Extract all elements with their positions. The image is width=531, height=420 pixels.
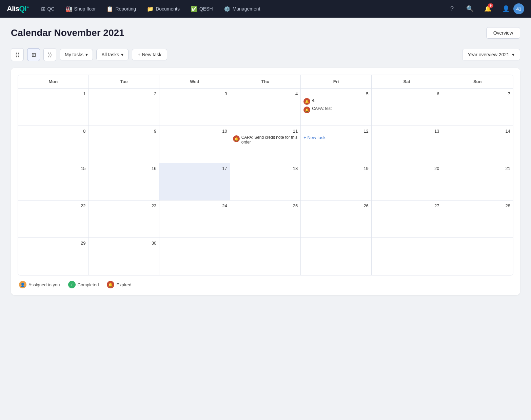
cal-day-14[interactable]: 14 — [442, 126, 513, 163]
cal-day-16[interactable]: 16 — [89, 163, 160, 201]
cal-day-empty-4 — [372, 238, 442, 275]
next-button[interactable]: ⟩⟩ — [43, 48, 56, 61]
cal-day-7[interactable]: 7 — [442, 89, 513, 126]
cal-day-empty-2 — [230, 238, 301, 275]
legend-completed: ✓ Completed — [68, 281, 99, 288]
toolbar: ⟨⟨ ⊞ ⟩⟩ My tasks ▾ All tasks ▾ + New tas… — [11, 48, 520, 61]
cal-day-26[interactable]: 26 — [301, 201, 372, 238]
completed-icon: ✓ — [68, 281, 76, 288]
cal-day-11[interactable]: 11 🔔 CAPA: Send credit note for this ord… — [230, 126, 301, 163]
cal-day-29[interactable]: 29 — [18, 238, 89, 275]
cal-day-1[interactable]: 1 — [18, 89, 89, 126]
my-tasks-dropdown[interactable]: My tasks ▾ — [60, 49, 93, 60]
cal-day-27[interactable]: 27 — [372, 201, 442, 238]
notification-button[interactable]: 🔔 9 — [482, 3, 494, 15]
reporting-icon: 📋 — [106, 6, 113, 12]
cal-day-4[interactable]: 4 — [230, 89, 301, 126]
cal-day-28[interactable]: 28 — [442, 201, 513, 238]
documents-icon: 📁 — [147, 6, 154, 12]
cal-day-24[interactable]: 24 — [159, 201, 230, 238]
user-icon-button[interactable]: 👤 — [500, 3, 512, 15]
legend-expired: 🔔 Expired — [107, 281, 131, 288]
nav-reporting[interactable]: 📋 Reporting — [102, 4, 140, 14]
qc-icon: ⊞ — [41, 6, 45, 12]
navbar: AlisQI✦ ⊞ QC 🏭 Shop floor 📋 Reporting 📁 … — [0, 0, 531, 18]
calendar-wrapper: Mon Tue Wed Thu Fri Sat Sun 1 2 3 4 5 🔔 … — [11, 68, 520, 295]
nav-shopfloor[interactable]: 🏭 Shop floor — [61, 4, 100, 14]
cal-header-wed: Wed — [159, 75, 230, 89]
cal-day-30[interactable]: 30 — [89, 238, 160, 275]
qesh-icon: ✅ — [191, 6, 197, 12]
new-task-button[interactable]: + New task — [132, 49, 167, 60]
expired-icon3: 🔔 — [233, 135, 240, 142]
toolbar-right: Year overview 2021 ▾ — [462, 49, 520, 60]
cal-day-15[interactable]: 15 — [18, 163, 89, 201]
nav-qc[interactable]: ⊞ QC — [37, 4, 59, 14]
cal-day-2[interactable]: 2 — [89, 89, 160, 126]
search-button[interactable]: 🔍 — [464, 3, 476, 15]
expired-legend-icon: 🔔 — [107, 281, 114, 288]
event-11-capa[interactable]: 🔔 CAPA: Send credit note for this order — [233, 135, 298, 145]
cal-day-empty-3 — [301, 238, 372, 275]
page-title: Calendar November 2021 — [11, 27, 124, 38]
year-overview-dropdown[interactable]: Year overview 2021 ▾ — [462, 49, 520, 60]
expired-icon2: 🔔 — [303, 107, 310, 113]
new-task-link-12[interactable]: + New task — [303, 135, 369, 140]
divider2 — [479, 5, 479, 13]
nav-management[interactable]: ⚙️ Management — [220, 4, 264, 14]
divider3 — [497, 5, 497, 13]
overview-button[interactable]: Overview — [486, 27, 520, 39]
all-tasks-dropdown[interactable]: All tasks ▾ — [96, 49, 129, 60]
page-container: Calendar November 2021 Overview ⟨⟨ ⊞ ⟩⟩ … — [0, 18, 531, 305]
chevron-down-icon2: ▾ — [121, 52, 123, 57]
prev-button[interactable]: ⟨⟨ — [11, 48, 24, 61]
management-icon: ⚙️ — [224, 6, 231, 12]
cal-day-6[interactable]: 6 — [372, 89, 442, 126]
page-header: Calendar November 2021 Overview — [11, 27, 520, 39]
expired-icon: 🔔 — [303, 98, 310, 105]
grid-view-button[interactable]: ⊞ — [27, 48, 40, 61]
cal-day-5[interactable]: 5 🔔 4 🔔 CAPA: test — [301, 89, 372, 126]
event-5-count: 🔔 4 — [303, 98, 369, 105]
user-avatar[interactable]: 41 — [513, 3, 524, 14]
cal-header-sat: Sat — [372, 75, 442, 89]
cal-day-empty-5 — [442, 238, 513, 275]
assigned-icon: 👤 — [19, 281, 26, 288]
cal-header-tue: Tue — [89, 75, 160, 89]
cal-day-20[interactable]: 20 — [372, 163, 442, 201]
calendar-grid: Mon Tue Wed Thu Fri Sat Sun 1 2 3 4 5 🔔 … — [18, 75, 513, 275]
nav-qesh[interactable]: ✅ QESH — [186, 4, 217, 14]
notification-badge: 9 — [488, 3, 493, 8]
help-button[interactable]: ? — [446, 3, 458, 15]
cal-header-fri: Fri — [301, 75, 372, 89]
cal-day-19[interactable]: 19 — [301, 163, 372, 201]
cal-day-8[interactable]: 8 — [18, 126, 89, 163]
logo[interactable]: AlisQI✦ — [7, 4, 29, 13]
cal-day-empty-1 — [159, 238, 230, 275]
cal-day-22[interactable]: 22 — [18, 201, 89, 238]
cal-day-23[interactable]: 23 — [89, 201, 160, 238]
cal-day-12[interactable]: 12 + New task — [301, 126, 372, 163]
chevron-down-icon: ▾ — [85, 52, 88, 57]
cal-day-3[interactable]: 3 — [159, 89, 230, 126]
cal-day-10[interactable]: 10 — [159, 126, 230, 163]
cal-day-9[interactable]: 9 — [89, 126, 160, 163]
cal-header-thu: Thu — [230, 75, 301, 89]
cal-day-18[interactable]: 18 — [230, 163, 301, 201]
cal-day-25[interactable]: 25 — [230, 201, 301, 238]
legend-assigned: 👤 Assigned to you — [19, 281, 60, 288]
cal-header-sun: Sun — [442, 75, 513, 89]
chevron-down-icon3: ▾ — [512, 52, 514, 57]
divider — [461, 5, 461, 13]
cal-day-13[interactable]: 13 — [372, 126, 442, 163]
cal-header-mon: Mon — [18, 75, 89, 89]
navbar-right: ? 🔍 🔔 9 👤 41 — [446, 3, 524, 15]
shopfloor-icon: 🏭 — [65, 6, 72, 12]
cal-day-21[interactable]: 21 — [442, 163, 513, 201]
legend: 👤 Assigned to you ✓ Completed 🔔 Expired — [18, 281, 513, 288]
cal-day-17[interactable]: 17 — [159, 163, 230, 201]
nav-documents[interactable]: 📁 Documents — [143, 4, 184, 14]
event-5-capa[interactable]: 🔔 CAPA: test — [303, 106, 369, 113]
